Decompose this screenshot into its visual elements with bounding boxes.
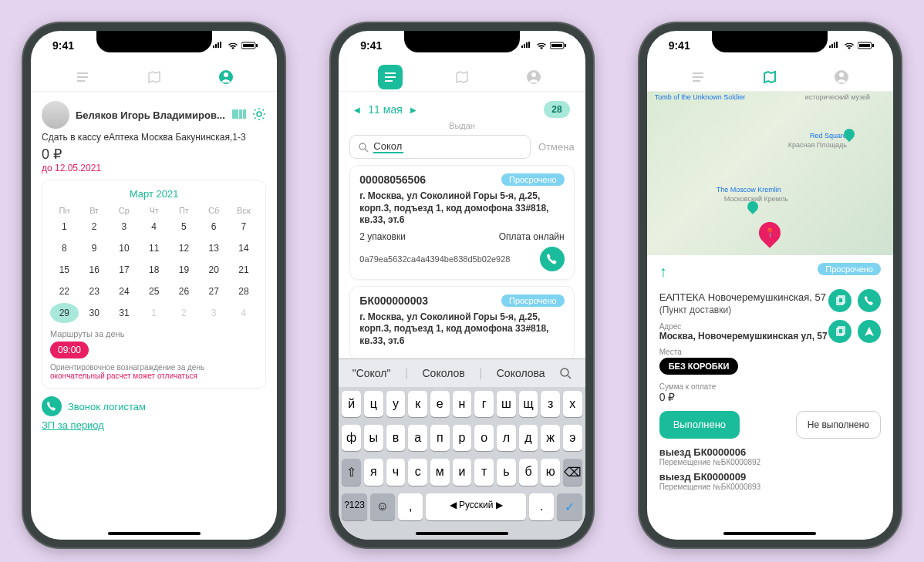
- tab-map[interactable]: [142, 65, 167, 89]
- calendar-day[interactable]: 15: [50, 260, 79, 280]
- call-button[interactable]: [858, 289, 881, 312]
- calendar-day[interactable]: 7: [230, 217, 258, 237]
- tab-map[interactable]: [757, 65, 782, 89]
- key[interactable]: п: [430, 425, 450, 451]
- cancel-button[interactable]: Отмена: [538, 141, 575, 153]
- key[interactable]: с: [408, 459, 427, 486]
- tab-list[interactable]: [378, 65, 403, 89]
- key[interactable]: э: [563, 425, 582, 451]
- key[interactable]: ь: [497, 459, 516, 486]
- key[interactable]: р: [453, 425, 472, 451]
- key[interactable]: д: [519, 425, 538, 451]
- calendar-day[interactable]: 13: [200, 238, 228, 258]
- calendar-day[interactable]: 16: [80, 260, 109, 280]
- trip-item[interactable]: выезд БК0000006Перемещение №БК0000892: [659, 446, 881, 466]
- key-backspace[interactable]: ⌫: [563, 459, 582, 486]
- key[interactable]: ш: [497, 391, 516, 417]
- tab-list[interactable]: [686, 65, 710, 89]
- suggestion[interactable]: Соколов: [422, 367, 464, 379]
- trip-item[interactable]: выезд БК0000009Перемещение №БК0000893: [659, 471, 881, 491]
- calendar-day[interactable]: 11: [140, 238, 168, 258]
- tab-profile[interactable]: [521, 65, 546, 89]
- tab-list[interactable]: [70, 65, 95, 89]
- key[interactable]: ц: [364, 391, 383, 417]
- home-indicator[interactable]: [416, 532, 508, 535]
- calendar-day[interactable]: 22: [50, 281, 79, 301]
- done-button[interactable]: Выполнено: [659, 411, 740, 439]
- calendar-day[interactable]: 3: [200, 303, 228, 323]
- key[interactable]: я: [364, 459, 383, 486]
- suggestion[interactable]: "Сокол": [352, 367, 391, 379]
- calendar-day[interactable]: 6: [200, 217, 228, 237]
- calendar-day[interactable]: 31: [110, 303, 139, 323]
- calendar-day[interactable]: 29: [50, 303, 79, 323]
- calendar-day[interactable]: 3: [110, 217, 139, 237]
- key-shift[interactable]: ⇧: [342, 459, 361, 486]
- key[interactable]: ж: [541, 425, 560, 451]
- key[interactable]: ю: [541, 459, 560, 486]
- gear-icon[interactable]: [252, 107, 266, 123]
- key[interactable]: т: [474, 459, 494, 486]
- calendar-day[interactable]: 1: [50, 217, 79, 237]
- calendar-day[interactable]: 21: [230, 260, 258, 280]
- key-123[interactable]: ?123: [342, 493, 366, 520]
- next-day-icon[interactable]: ▶: [410, 106, 416, 114]
- map[interactable]: Tomb of the Unknown Soldier исторический…: [647, 92, 893, 255]
- calendar-day[interactable]: 18: [140, 260, 168, 280]
- home-indicator[interactable]: [723, 532, 816, 535]
- calendar-day[interactable]: 12: [170, 238, 198, 258]
- calendar-day[interactable]: 5: [170, 217, 198, 237]
- calendar-day[interactable]: 27: [200, 281, 228, 301]
- calendar-day[interactable]: 17: [110, 260, 139, 280]
- tab-profile[interactable]: [829, 65, 854, 89]
- call-button[interactable]: [540, 247, 565, 271]
- key[interactable]: х: [563, 391, 582, 417]
- key[interactable]: в: [386, 425, 406, 451]
- key[interactable]: е: [430, 391, 450, 417]
- key-space[interactable]: ◀ Русский ▶: [426, 493, 525, 520]
- calendar-day[interactable]: 14: [230, 238, 258, 258]
- collapse-icon[interactable]: ↑: [659, 263, 667, 281]
- key[interactable]: к: [408, 391, 427, 417]
- key[interactable]: н: [453, 391, 472, 417]
- order-card[interactable]: 00008056506Просрочено г. Москва, ул Соко…: [349, 165, 574, 280]
- calendar-day[interactable]: 2: [170, 303, 198, 323]
- key[interactable]: б: [519, 459, 538, 486]
- calendar-day[interactable]: 1: [140, 303, 168, 323]
- key-enter[interactable]: ✓: [557, 493, 582, 520]
- calendar-day[interactable]: 30: [80, 303, 109, 323]
- calendar-day[interactable]: 4: [140, 217, 168, 237]
- key[interactable]: ч: [386, 459, 406, 486]
- calendar-day[interactable]: 2: [80, 217, 109, 237]
- copy-button[interactable]: [828, 289, 851, 312]
- search-input[interactable]: Сокол: [349, 135, 531, 159]
- call-logists[interactable]: Звонок логистам: [42, 396, 266, 416]
- calendar-day[interactable]: 19: [170, 260, 198, 280]
- calendar-day[interactable]: 23: [80, 281, 109, 301]
- search-icon[interactable]: [559, 367, 572, 379]
- key-period[interactable]: .: [529, 493, 554, 520]
- key[interactable]: л: [497, 425, 516, 451]
- key[interactable]: а: [408, 425, 427, 451]
- key[interactable]: з: [541, 391, 560, 417]
- key[interactable]: ф: [342, 425, 361, 451]
- tab-profile[interactable]: [214, 65, 238, 89]
- key[interactable]: й: [342, 391, 361, 417]
- calendar-day[interactable]: 26: [170, 281, 198, 301]
- key[interactable]: г: [474, 391, 494, 417]
- key[interactable]: у: [386, 391, 406, 417]
- calendar-day[interactable]: 4: [230, 303, 258, 323]
- calendar-day[interactable]: 10: [110, 238, 139, 258]
- calendar-day[interactable]: 8: [50, 238, 79, 258]
- key-comma[interactable]: ,: [398, 493, 423, 520]
- calendar-day[interactable]: 28: [230, 281, 258, 301]
- calendar-day[interactable]: 25: [140, 281, 168, 301]
- time-pill[interactable]: 09:00: [50, 342, 89, 358]
- key[interactable]: о: [474, 425, 494, 451]
- calendar-day[interactable]: 20: [200, 260, 228, 280]
- key-emoji[interactable]: ☺: [370, 493, 395, 520]
- prev-day-icon[interactable]: ◀: [354, 106, 360, 114]
- key[interactable]: и: [453, 459, 472, 486]
- not-done-button[interactable]: Не выполнено: [796, 411, 881, 439]
- key[interactable]: щ: [519, 391, 538, 417]
